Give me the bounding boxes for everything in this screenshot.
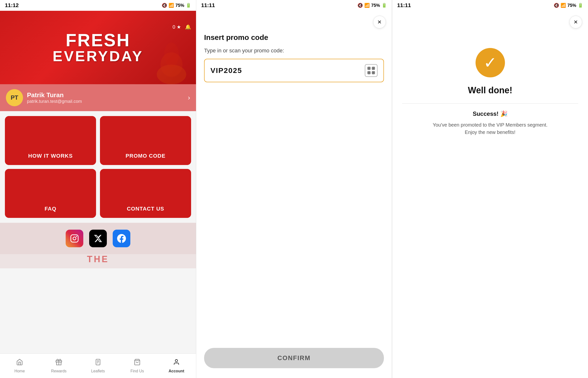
svg-point-2 [164, 43, 179, 67]
nav-leaflets[interactable]: Leaflets [78, 358, 118, 373]
promo-input-field[interactable]: VIP2025 [204, 59, 384, 82]
confirm-button[interactable]: CONFIRM [204, 348, 384, 368]
promo-code-label: PROMO CODE [126, 153, 166, 159]
social-row [0, 223, 196, 254]
svg-rect-30 [373, 72, 374, 73]
nav-home-label: Home [14, 369, 25, 373]
bottom-navigation: Home Rewards [0, 353, 196, 378]
nav-home[interactable]: Home [0, 358, 39, 373]
profile-name: Patrik Turan [27, 91, 184, 99]
contact-us-label: CONTACT US [127, 206, 164, 212]
nav-account[interactable]: Account [157, 358, 196, 373]
nav-leaflets-label: Leaflets [91, 369, 105, 373]
brand-strip: THE [0, 254, 196, 268]
success-content: ✓ Well done! Success! 🎉 You've been prom… [392, 33, 588, 136]
nav-findus-label: Find Us [130, 369, 144, 373]
svg-point-22 [175, 360, 177, 362]
rewards-icon [55, 358, 62, 367]
profile-row[interactable]: PT Patrik Turan patrik.turan.test@gmail.… [0, 84, 196, 111]
profile-info: Patrik Turan patrik.turan.test@gmail.com [27, 91, 184, 104]
svg-rect-29 [368, 72, 369, 73]
success-check-circle: ✓ [476, 48, 505, 77]
menu-grid: HOW IT WORKS PROMO CODE ? F [0, 111, 196, 223]
well-done-text: Well done! [468, 85, 512, 95]
instagram-button[interactable] [66, 230, 83, 247]
svg-rect-14 [71, 235, 78, 242]
home-icon [16, 358, 23, 367]
success-header: × [392, 11, 588, 33]
stars-count: 0 ★ [172, 24, 181, 30]
contact-us-button[interactable]: CONTACT US [100, 169, 191, 218]
time-s2: 11:11 [201, 2, 215, 9]
modal-header: × [196, 11, 392, 33]
scan-icon[interactable] [365, 64, 378, 77]
screen-success: 11:11 🔇 📶 75% 🔋 × ✓ Well done! Success! … [392, 0, 588, 378]
nav-rewards[interactable]: Rewards [39, 358, 78, 373]
status-bar-s3: 11:11 🔇 📶 75% 🔋 [392, 0, 588, 11]
success-close-button[interactable]: × [569, 16, 582, 28]
promo-code-button[interactable]: PROMO CODE [100, 116, 191, 165]
brand-text: THE [87, 254, 109, 264]
status-icons-s3: 🔇 📶 75% 🔋 [554, 3, 583, 8]
screen-account: 11:12 🔇 📶 75% 🔋 0 ★ 🔔 FRESH EVERYDAY [0, 0, 196, 378]
hero-banner: 0 ★ 🔔 FRESH EVERYDAY [0, 11, 196, 84]
account-icon [173, 358, 180, 367]
leaflets-icon [95, 358, 101, 367]
success-description: You've been promoted to the VIP Members … [433, 121, 547, 136]
time-s1: 11:12 [5, 2, 19, 9]
close-button[interactable]: × [373, 16, 386, 28]
success-title: Success! 🎉 [473, 110, 507, 117]
status-icons-s2: 🔇 📶 75% 🔋 [357, 3, 387, 8]
status-bar-s1: 11:12 🔇 📶 75% 🔋 [0, 0, 196, 11]
svg-rect-27 [368, 68, 369, 69]
hero-text: FRESH EVERYDAY [53, 31, 143, 64]
facebook-button[interactable] [113, 230, 130, 247]
how-it-works-button[interactable]: HOW IT WORKS [5, 116, 96, 165]
modal-title: Insert promo code [196, 33, 392, 47]
time-s3: 11:11 [397, 2, 411, 9]
profile-email: patrik.turan.test@gmail.com [27, 99, 184, 104]
faq-label: FAQ [45, 206, 56, 212]
profile-arrow-icon: › [188, 94, 190, 102]
nav-account-label: Account [168, 369, 184, 373]
findus-icon [134, 358, 141, 367]
nav-rewards-label: Rewards [51, 369, 66, 373]
promo-code-value: VIP2025 [210, 66, 242, 75]
how-it-works-label: HOW IT WORKS [28, 153, 73, 159]
flame-decoration [152, 35, 191, 84]
screen-promo-code: 11:11 🔇 📶 75% 🔋 × Insert promo code Type… [196, 0, 392, 378]
avatar: PT [6, 89, 23, 106]
divider [402, 103, 578, 104]
x-button[interactable] [89, 230, 107, 247]
status-bar-s2: 11:11 🔇 📶 75% 🔋 [196, 0, 392, 11]
status-icons-s1: 🔇 📶 75% 🔋 [162, 3, 191, 8]
svg-point-15 [73, 237, 76, 240]
modal-subtitle: Type in or scan your promo code: [196, 47, 392, 59]
nav-find-us[interactable]: Find Us [118, 358, 157, 373]
notification-bell[interactable]: 🔔 [185, 24, 191, 30]
svg-point-16 [76, 236, 77, 237]
svg-rect-28 [373, 68, 374, 69]
faq-button[interactable]: ? FAQ [5, 169, 96, 218]
